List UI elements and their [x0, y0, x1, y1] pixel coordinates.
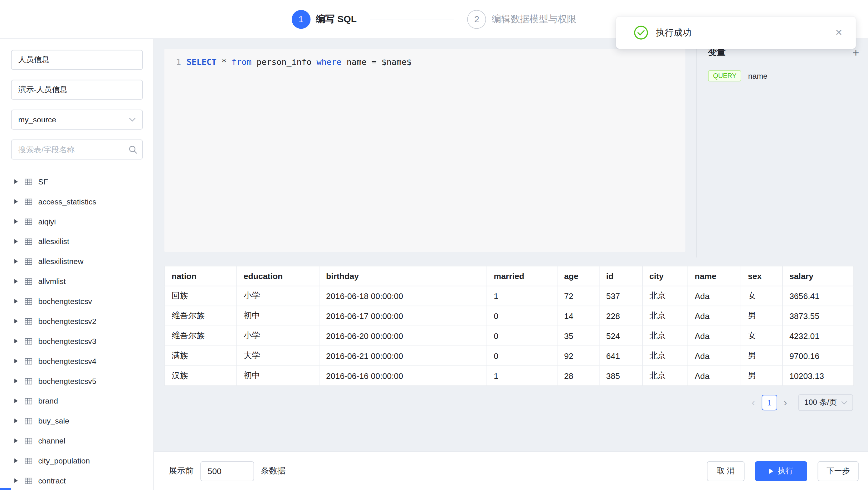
caret-right-icon[interactable]	[14, 399, 18, 403]
tree-item-table[interactable]: contract	[0, 471, 153, 490]
prev-page-icon[interactable]: ‹	[748, 395, 758, 410]
column-header[interactable]: education	[237, 266, 319, 286]
page-number-button[interactable]: 1	[762, 395, 777, 410]
tree-item-table[interactable]: bochengtestcsv3	[0, 331, 153, 351]
tree-item-table[interactable]: bochengtestcsv5	[0, 371, 153, 391]
tree-item-table[interactable]: aiqiyi	[0, 212, 153, 232]
cell: 满族	[165, 346, 237, 366]
caret-right-icon[interactable]	[14, 259, 18, 264]
page-size-select[interactable]: 100 条/页	[798, 394, 853, 411]
step1-label: 编写 SQL	[316, 13, 356, 26]
column-header[interactable]: age	[557, 266, 599, 286]
table-icon	[24, 437, 33, 445]
run-button[interactable]: 执行	[755, 461, 807, 481]
next-page-icon[interactable]: ›	[780, 395, 790, 410]
step-write-sql[interactable]: 1 编写 SQL	[291, 10, 356, 28]
sql-text-3: name = $name$	[342, 57, 411, 67]
table-search	[11, 140, 143, 159]
table-name: allesxilist	[38, 237, 69, 246]
column-header[interactable]: name	[688, 266, 741, 286]
tree-item-table[interactable]: SF	[0, 172, 153, 192]
caret-right-icon[interactable]	[14, 219, 18, 224]
tree-item-table[interactable]: city_population	[0, 451, 153, 471]
cell: 1	[487, 366, 557, 386]
cell: 小学	[237, 286, 319, 306]
caret-right-icon[interactable]	[14, 458, 18, 463]
column-header[interactable]: salary	[782, 266, 853, 286]
sql-keyword-where: where	[317, 57, 342, 67]
sql-text-1: *	[217, 57, 231, 67]
tree-item-table[interactable]: allesxilist	[0, 232, 153, 251]
cell: 2016-06-21 00:00:00	[319, 346, 487, 366]
cell: 初中	[237, 306, 319, 326]
page-size-value: 100 条/页	[804, 398, 837, 408]
datasource-select[interactable]: my_source	[11, 110, 143, 129]
table-icon	[24, 337, 33, 345]
tree-item-table[interactable]: access_statistics	[0, 192, 153, 212]
tree-item-table[interactable]: channel	[0, 431, 153, 451]
dataset-display-name-field[interactable]	[11, 80, 143, 99]
cell: 641	[599, 346, 643, 366]
caret-right-icon[interactable]	[14, 438, 18, 443]
cell: 男	[741, 366, 782, 386]
table-icon	[24, 397, 33, 405]
table-icon	[24, 217, 33, 226]
row-limit-input[interactable]	[200, 461, 254, 481]
chevron-down-icon	[129, 117, 135, 122]
caret-right-icon[interactable]	[14, 200, 18, 204]
table-name: bochengtestcsv4	[38, 357, 96, 365]
table-icon	[24, 377, 33, 385]
cell: 男	[741, 306, 782, 326]
caret-right-icon[interactable]	[14, 359, 18, 363]
sql-editor[interactable]: 1 SELECT * from person_info where name =…	[164, 49, 685, 252]
search-input[interactable]	[11, 140, 143, 159]
table-row: 回族 小学 2016-06-18 00:00:00 1 72 537 北京 Ad…	[165, 286, 853, 306]
dataset-name-field[interactable]	[11, 50, 143, 70]
main-area: 1 SELECT * from person_info where name =…	[154, 39, 868, 490]
next-step-button[interactable]: 下一步	[817, 461, 858, 481]
step-edit-model[interactable]: 2 编辑数据模型与权限	[467, 10, 577, 28]
cell: Ada	[688, 366, 741, 386]
table-icon	[24, 357, 33, 365]
tree-item-table[interactable]: allesxilistnew	[0, 251, 153, 271]
toast-close-icon[interactable]: ✕	[835, 28, 843, 37]
cell: 0	[487, 306, 557, 326]
cell: 维吾尔族	[165, 326, 237, 346]
cancel-button[interactable]: 取 消	[707, 461, 745, 481]
tree-item-table[interactable]: brand	[0, 391, 153, 411]
footer-bar: 展示前 条数据 取 消 执行 下一步	[154, 451, 868, 490]
column-header[interactable]: sex	[741, 266, 782, 286]
caret-right-icon[interactable]	[14, 319, 18, 323]
tree-item-table[interactable]: allvmlist	[0, 271, 153, 291]
table-name: allesxilistnew	[38, 257, 83, 266]
caret-right-icon[interactable]	[14, 279, 18, 283]
caret-right-icon[interactable]	[14, 339, 18, 343]
column-header[interactable]: nation	[165, 266, 237, 286]
column-header[interactable]: married	[487, 266, 557, 286]
caret-right-icon[interactable]	[14, 180, 18, 184]
tree-item-table[interactable]: bochengtestcsv4	[0, 351, 153, 371]
tree-item-table[interactable]: buy_sale	[0, 411, 153, 431]
table-row: 维吾尔族 初中 2016-06-17 00:00:00 0 14 228 北京 …	[165, 306, 853, 326]
horizontal-scrollbar-thumb[interactable]	[0, 488, 11, 490]
cell: 2016-06-17 00:00:00	[319, 306, 487, 326]
cell: 维吾尔族	[165, 306, 237, 326]
results-header-row: nation education birthday married age id…	[165, 266, 853, 286]
cell: 汉族	[165, 366, 237, 386]
tree-item-table[interactable]: bochengtestcsv	[0, 291, 153, 311]
step2-label: 编辑数据模型与权限	[492, 13, 576, 26]
column-header[interactable]: city	[643, 266, 688, 286]
caret-right-icon[interactable]	[14, 419, 18, 423]
table-row: 汉族 初中 2016-06-16 00:00:00 1 28 385 北京 Ad…	[165, 366, 853, 386]
variable-row[interactable]: QUERY name	[708, 70, 868, 81]
column-header[interactable]: birthday	[319, 266, 487, 286]
success-check-icon	[634, 26, 648, 40]
caret-right-icon[interactable]	[14, 479, 18, 483]
tree-item-table[interactable]: bochengtestcsv2	[0, 311, 153, 331]
cell: 北京	[643, 326, 688, 346]
caret-right-icon[interactable]	[14, 379, 18, 383]
column-header[interactable]: id	[599, 266, 643, 286]
cell: 北京	[643, 306, 688, 326]
caret-right-icon[interactable]	[14, 299, 18, 303]
caret-right-icon[interactable]	[14, 239, 18, 243]
